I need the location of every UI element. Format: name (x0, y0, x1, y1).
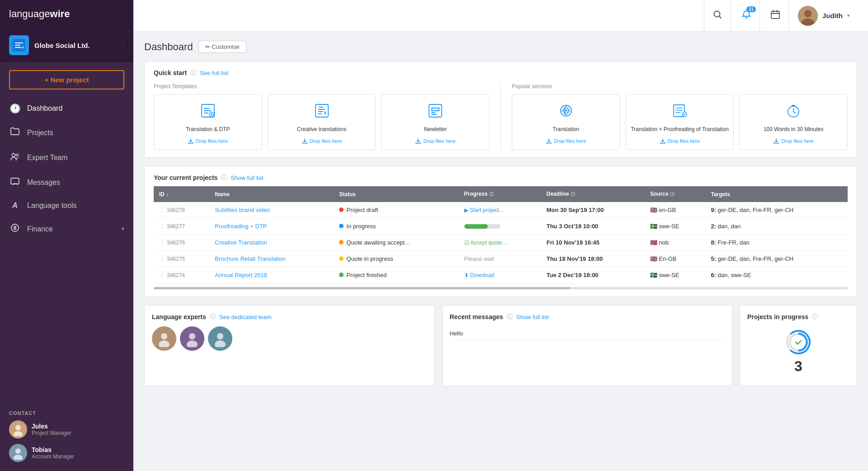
sidebar-item-messages[interactable]: Messages (0, 170, 133, 195)
language-experts-help-icon[interactable]: ⓘ (210, 313, 216, 321)
translation-dtp-icon (200, 103, 216, 122)
sidebar-item-dashboard[interactable]: 🕐 Dashboard (0, 97, 133, 120)
source-flag: 🇬🇧 (650, 255, 657, 262)
svg-point-8 (15, 448, 21, 454)
projects-in-progress-help-icon[interactable]: ⓘ (812, 313, 818, 321)
new-project-button[interactable]: + New project (9, 70, 124, 89)
popular-translation-proofreading[interactable]: Translation + Proofreading of Translatio… (626, 94, 734, 150)
col-name[interactable]: Name (209, 186, 334, 202)
source-lang: nob (659, 239, 669, 246)
template-creative-translations[interactable]: Creative translations Drop files here (268, 94, 376, 150)
targets-count: 5: (711, 255, 716, 262)
projects-in-progress-header: Projects in progress ⓘ (747, 313, 849, 321)
sidebar-item-label: Expert Team (27, 154, 68, 162)
project-name-link[interactable]: Creative Translation (215, 239, 267, 246)
popular-services-label: Popular services (512, 83, 848, 89)
language-experts-title: Language experts (152, 313, 206, 320)
col-status[interactable]: Status (334, 186, 458, 202)
sidebar-item-finance[interactable]: Finance ▾ (0, 217, 133, 241)
sidebar-item-label: Finance (27, 225, 53, 233)
see-dedicated-team-link[interactable]: See dedicated team (219, 314, 272, 320)
project-name-link[interactable]: Brochure Retail Translation (215, 255, 286, 262)
col-targets[interactable]: Targets (705, 186, 848, 202)
projects-count: 3 (794, 358, 802, 375)
user-menu[interactable]: Judith ▾ (791, 6, 857, 26)
svg-point-2 (12, 154, 15, 157)
language-tools-icon: A (9, 201, 21, 210)
project-templates-group: Project Templates Translation & DTP Drop… (154, 83, 490, 150)
svg-point-6 (15, 425, 21, 430)
start-project-link[interactable]: ▶ Start project… (464, 207, 536, 213)
project-name-link[interactable]: Annual Report 2018 (215, 272, 267, 278)
popular-100words[interactable]: 100 Words in 30 Minutes Drop files here (739, 94, 848, 150)
project-name-link[interactable]: Subtitles brand video (215, 207, 269, 213)
sidebar-item-language-tools[interactable]: A Language tools (0, 195, 133, 217)
creative-translations-icon (314, 103, 330, 122)
tobias-avatar (9, 444, 27, 462)
status-text: Project finished (346, 272, 387, 278)
download-link[interactable]: ⬇ Download (464, 272, 536, 278)
notifications-button[interactable]: 21 (733, 0, 760, 32)
svg-point-27 (217, 333, 223, 339)
template-translation-dtp-label: Translation & DTP (186, 126, 230, 132)
calendar-button[interactable] (762, 0, 789, 32)
source-flag: 🇬🇧 (650, 207, 657, 213)
progress-wait: Please wait (464, 255, 494, 262)
col-id[interactable]: ID ↓ (154, 186, 209, 202)
logo: languagewire (9, 8, 124, 20)
recent-messages-help-icon[interactable]: ⓘ (507, 313, 513, 321)
tobias-role: Account Manager (32, 453, 74, 460)
svg-point-7 (14, 431, 23, 436)
company-area[interactable]: Globe Social Ltd. (0, 28, 133, 63)
progress-circle (786, 330, 811, 354)
timer-icon (785, 103, 802, 122)
sidebar-item-expert-team[interactable]: Expert Team (0, 145, 133, 170)
sidebar-item-label: Language tools (27, 202, 76, 210)
projects-table-wrap: ID ↓ Name Status Progress ⓘ Deadline ⓘ S… (154, 186, 848, 289)
template-translation-dtp[interactable]: Translation & DTP Drop files here (154, 94, 262, 150)
deadline-text: Mon 30 Sep'19 17:00 (547, 207, 604, 213)
project-name-link[interactable]: Proofreading + DTP (215, 223, 267, 230)
sidebar-item-label: Projects (27, 129, 53, 137)
quick-start-help-icon[interactable]: ⓘ (190, 69, 196, 77)
svg-rect-4 (11, 178, 19, 184)
row-dots: ⋮ (159, 255, 165, 262)
projects-help-icon[interactable]: ⓘ (221, 174, 227, 182)
contact-tobias[interactable]: Tobias Account Manager (9, 444, 124, 462)
template-newletter[interactable]: Newletter Drop files here (381, 94, 490, 150)
language-experts-header: Language experts ⓘ See dedicated team (152, 313, 427, 321)
popular-translation-proofreading-label: Translation + Proofreading of Translatio… (631, 126, 729, 132)
col-progress[interactable]: Progress ⓘ (459, 186, 541, 202)
svg-point-28 (215, 340, 226, 347)
col-source[interactable]: Source ⓘ (645, 186, 706, 202)
language-experts-persons (152, 326, 427, 351)
sidebar-item-projects[interactable]: Projects (0, 120, 133, 145)
accept-quote-link[interactable]: ☑ Accept quote… (464, 240, 536, 246)
show-full-list-messages-link[interactable]: Show full list (516, 314, 549, 320)
search-button[interactable] (704, 0, 731, 32)
contact-jules[interactable]: Jules Project Manager (9, 420, 124, 438)
bottom-grid: Language experts ⓘ See dedicated team (144, 305, 857, 386)
projects-table: ID ↓ Name Status Progress ⓘ Deadline ⓘ S… (154, 186, 848, 283)
customise-button[interactable]: ✏ Customise (198, 41, 246, 53)
templates-wrapper: Project Templates Translation & DTP Drop… (154, 83, 848, 150)
team-icon (9, 151, 21, 164)
page-header: Dashboard ✏ Customise (144, 41, 857, 53)
notification-badge: 21 (746, 6, 756, 12)
col-deadline[interactable]: Deadline ⓘ (541, 186, 645, 202)
status-dot (339, 207, 344, 212)
finance-chevron-icon: ▾ (122, 226, 124, 232)
translation-icon (558, 103, 574, 122)
source-lang: swe-SE (659, 223, 679, 230)
quick-start-section: Quick start ⓘ See full list Project Temp… (144, 61, 857, 158)
table-row: ⋮346278Subtitles brand videoProject draf… (154, 202, 848, 218)
popular-translation[interactable]: Translation Drop files here (512, 94, 620, 150)
recent-messages-header: Recent messages ⓘ Show full list (450, 313, 725, 321)
sidebar-collapse-button[interactable]: ‹ (127, 38, 128, 45)
see-full-list-link[interactable]: See full list (200, 70, 228, 76)
table-scrollbar[interactable] (154, 287, 848, 289)
project-id: 346277 (167, 223, 185, 230)
popular-translation-drop: Drop files here (546, 138, 586, 144)
sidebar-item-label: Dashboard (27, 104, 62, 113)
show-full-list-link[interactable]: Show full list (231, 174, 263, 181)
